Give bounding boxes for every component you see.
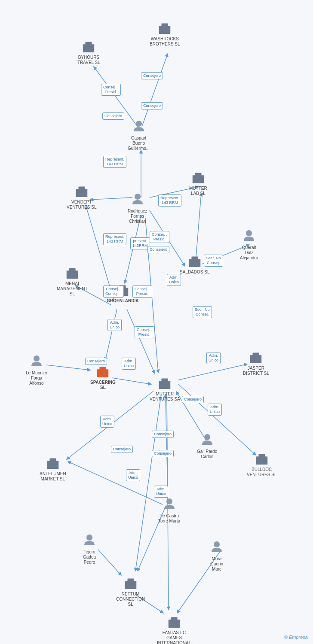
svg-rect-96 xyxy=(53,462,55,465)
bulldoc-label: BULLDOC VENTURES SL xyxy=(247,467,276,477)
rettum-icon xyxy=(123,574,139,591)
svg-rect-92 xyxy=(168,382,169,384)
svg-rect-90 xyxy=(165,382,167,385)
fantastic-node: FANTASTIC GAMES INTERNATIONAL... xyxy=(157,613,191,644)
badge-consejero-2: Consejero xyxy=(141,102,163,109)
svg-rect-109 xyxy=(125,581,136,589)
arrows-svg xyxy=(0,0,313,644)
svg-rect-40 xyxy=(92,46,93,48)
rodriguez-icon xyxy=(131,192,144,208)
svg-rect-94 xyxy=(49,459,56,462)
badge-adm-unico-2: Adm.Unico xyxy=(107,319,122,331)
svg-rect-62 xyxy=(189,259,200,267)
rodriguez-node: Rodriguez Fornos Christian xyxy=(128,192,147,224)
washrocks-node: WASHROCKS BROTHERS SL xyxy=(150,19,180,47)
svg-rect-79 xyxy=(99,371,100,373)
svg-rect-76 xyxy=(100,367,106,371)
badge-consej-consej: Consej. .Consej.... xyxy=(103,286,124,298)
badge-consejero-3: Consejero xyxy=(102,112,124,120)
rettum-label: RETTUM CONNECTION SL xyxy=(116,592,145,607)
badge-adm-unico-4: Adm.Unico xyxy=(122,358,136,370)
svg-rect-64 xyxy=(193,260,194,263)
jasper-node: JASPER DISTRICT SL xyxy=(243,349,269,376)
badge-consejero-5: Consejero xyxy=(85,358,107,365)
svg-rect-46 xyxy=(82,190,84,193)
svg-rect-58 xyxy=(70,272,72,274)
de-castro-node: De Castro Torre Marta xyxy=(158,497,180,524)
le-monnier-icon xyxy=(30,354,43,370)
svg-rect-104 xyxy=(258,458,259,460)
washrocks-icon xyxy=(156,19,173,36)
antelumen-icon xyxy=(45,454,61,471)
vendept-node: VENDEPT VENTURES SL xyxy=(67,182,96,210)
svg-rect-120 xyxy=(177,621,178,623)
svg-rect-95 xyxy=(51,462,52,465)
svg-rect-80 xyxy=(106,371,107,373)
svg-rect-103 xyxy=(262,458,264,460)
byhours-node: BYHOURS TRAVEL SL xyxy=(77,38,100,65)
tejero-icon xyxy=(83,533,96,549)
gaspart-icon xyxy=(132,119,146,135)
de-castro-icon xyxy=(163,497,176,513)
svg-rect-66 xyxy=(190,260,192,262)
mora-label: Mora Guerin Marc xyxy=(210,556,223,572)
le-monnier-node: Le Monnier Forga Alfonso xyxy=(26,354,47,386)
mutter-ventures-label: MUTTER VENTURES SA xyxy=(150,392,180,402)
svg-point-42 xyxy=(135,194,141,200)
svg-point-41 xyxy=(136,121,142,127)
svg-rect-37 xyxy=(87,46,89,48)
bulldoc-icon xyxy=(254,450,270,466)
mora-node: Mora Guerin Marc xyxy=(210,540,224,572)
svg-rect-51 xyxy=(196,176,198,179)
rodriguez-label: Rodriguez Fornos Christian xyxy=(128,209,147,224)
graph-container: WASHROCKS BROTHERS SL BYHOURS TRAVEL SL … xyxy=(0,0,313,644)
svg-rect-88 xyxy=(162,379,168,382)
svg-rect-77 xyxy=(101,371,103,373)
svg-rect-81 xyxy=(250,355,261,363)
rettum-node: RETTUM CONNECTION SL xyxy=(116,574,145,607)
badge-consejero-9: Consejero xyxy=(111,446,133,453)
svg-rect-60 xyxy=(68,272,69,274)
svg-rect-78 xyxy=(103,371,105,373)
antelumen-label: ANTELUMEN MARKET SL xyxy=(40,471,66,482)
badge-consej-presid-2: Consej. .Presid. xyxy=(150,231,169,243)
tejero-label: Tejero Gadea Pedro xyxy=(83,550,96,565)
svg-rect-34 xyxy=(168,27,169,29)
badge-adm-unico-1: Adm.Unico xyxy=(167,274,181,286)
svg-point-108 xyxy=(214,541,220,547)
badge-secr-no-consej-2: Secr. NoConsej. xyxy=(193,306,212,318)
mora-icon xyxy=(210,540,224,556)
svg-rect-117 xyxy=(172,621,174,623)
svg-point-55 xyxy=(246,230,252,236)
gali-pardo-label: Gali Pardo Carlos xyxy=(197,449,217,459)
svg-point-99 xyxy=(204,434,210,440)
svg-rect-57 xyxy=(69,268,75,272)
svg-rect-84 xyxy=(256,356,258,359)
svg-rect-110 xyxy=(127,579,134,582)
svg-rect-33 xyxy=(161,27,162,29)
badge-adm-unico-6: Adm.Unico xyxy=(126,469,140,481)
svg-rect-114 xyxy=(133,582,135,584)
svg-rect-101 xyxy=(258,454,265,458)
gali-pardo-icon xyxy=(200,433,214,448)
svg-rect-50 xyxy=(195,173,201,176)
svg-rect-45 xyxy=(80,190,81,193)
jasper-label: JASPER DISTRICT SL xyxy=(243,366,269,376)
svg-rect-39 xyxy=(85,46,86,48)
badge-secr-no-consej-1: Secr. NoConsej. xyxy=(204,255,223,267)
svg-rect-63 xyxy=(191,257,198,260)
svg-rect-83 xyxy=(254,356,256,359)
svg-line-22 xyxy=(135,394,161,571)
badge-adm-unico-7: Adm.Unico xyxy=(100,416,114,428)
fantastic-label: FANTASTIC GAMES INTERNATIONAL... xyxy=(157,630,191,644)
watermark: © Empresa xyxy=(284,635,308,640)
spacering-node: SPACERING SL xyxy=(90,363,116,390)
svg-rect-61 xyxy=(75,272,76,274)
badge-represent-1: Represent.143 RRM xyxy=(103,156,126,168)
svg-rect-65 xyxy=(195,260,197,263)
vendept-icon xyxy=(74,182,90,199)
badge-consejero-1: Consejero xyxy=(141,72,163,79)
svg-rect-86 xyxy=(259,356,260,358)
svg-rect-119 xyxy=(170,621,172,623)
saldados-icon xyxy=(187,252,203,269)
